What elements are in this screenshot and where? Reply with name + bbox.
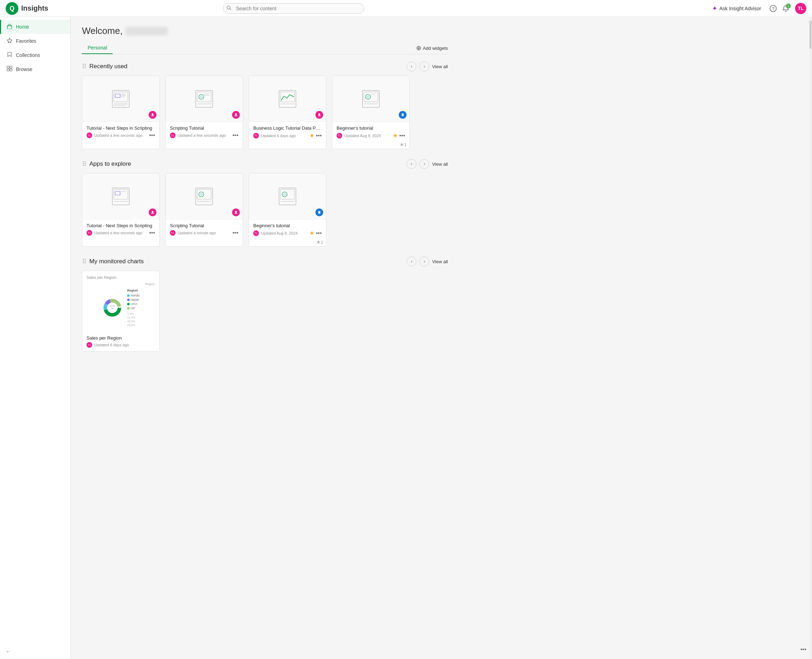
chart-section-title: Sales per Region [87, 275, 155, 279]
welcome-title: Welcome, [82, 25, 448, 36]
card-tutorial-scripting-2: Tutorial - Next Steps in Scripting TL Up… [82, 173, 160, 247]
card-beginners-tutorial-1: Beginner's tutorial TL Updated Aug 8, 20… [332, 76, 410, 149]
star-icon [7, 38, 13, 44]
notification-badge: 1 [786, 3, 791, 8]
sidebar-item-collections[interactable]: Collections [0, 48, 70, 62]
app-thumbnail-icon [194, 89, 214, 109]
welcome-prefix: Welcome, [82, 25, 123, 36]
svg-rect-10 [10, 66, 12, 68]
card-title: Tutorial - Next Steps in Scripting [87, 125, 155, 131]
svg-rect-29 [401, 114, 404, 116]
sidebar-item-home[interactable]: Home [0, 20, 70, 34]
search-input[interactable] [223, 3, 364, 14]
sidebar-home-label: Home [16, 24, 29, 30]
card-title: Tutorial - Next Steps in Scripting [87, 223, 155, 228]
card-updated: Updated Aug 8, 2024 [261, 231, 297, 235]
sidebar-browse-label: Browse [16, 66, 33, 72]
monitored-charts-cards: Sales per Region Region [82, 271, 448, 352]
view-count: 👁 1 [332, 142, 409, 149]
scrollbar-thumb[interactable] [809, 20, 812, 49]
svg-point-41 [282, 192, 287, 197]
svg-line-3 [230, 8, 231, 10]
card-star-button[interactable]: ★ [309, 230, 314, 236]
app-thumbnail-icon [361, 89, 381, 109]
app-thumbnail-icon [278, 186, 297, 207]
card-title: Beginner's tutorial [253, 223, 322, 228]
charts-view-all[interactable]: View all [432, 259, 448, 264]
add-widgets-button[interactable]: ⊕ Add widgets [416, 44, 448, 52]
recently-used-prev-button[interactable]: ‹ [406, 61, 416, 71]
svg-rect-17 [196, 90, 212, 107]
svg-rect-34 [196, 188, 212, 205]
card-updated: Updated 6 days ago [261, 134, 296, 138]
card-business-logic: Business Logic Tutorial Data Prep TL Upd… [249, 76, 326, 149]
svg-text:45.5%: 45.5% [110, 305, 115, 307]
svg-rect-39 [279, 188, 296, 205]
charts-next-button[interactable]: › [419, 257, 429, 266]
card-meta-avatar: TL [87, 342, 92, 348]
card-title: Business Logic Tutorial Data Prep [253, 125, 322, 131]
tab-personal[interactable]: Personal [82, 42, 113, 54]
monitored-charts-title: My monitored charts [90, 258, 144, 265]
qlik-logo-icon: Q [6, 2, 18, 15]
card-more-button[interactable]: ••• [399, 132, 405, 139]
card-star-button[interactable]: ★ [309, 132, 314, 139]
svg-rect-13 [112, 90, 129, 107]
ask-advisor-button[interactable]: ✦ Ask Insight Advisor [709, 3, 764, 14]
card-meta-avatar: TL [253, 133, 259, 139]
plus-circle-icon: ⊕ [416, 44, 421, 52]
card-more-button[interactable]: ••• [232, 132, 238, 139]
svg-point-21 [235, 114, 237, 115]
card-more-button[interactable]: ••• [149, 132, 155, 139]
sidebar-item-browse[interactable]: Browse [0, 62, 70, 76]
svg-point-33 [152, 211, 154, 213]
card-scripting-tutorial-1: Scripting Tutorial TL Updated a few seco… [165, 76, 243, 149]
card-owner-badge [149, 111, 156, 119]
app-title: Insights [21, 4, 49, 13]
sidebar-collapse-button[interactable]: ← [6, 648, 11, 655]
chart-label: Region [87, 282, 155, 286]
card-more-button[interactable]: ••• [316, 132, 322, 139]
sidebar-collections-label: Collections [16, 52, 40, 58]
svg-point-16 [152, 114, 154, 115]
user-avatar[interactable]: TL [795, 3, 806, 14]
card-more-button[interactable]: ••• [149, 230, 155, 236]
svg-point-38 [235, 211, 237, 213]
card-owner-badge [232, 111, 240, 119]
sidebar-item-favorites[interactable]: Favorites [0, 34, 70, 48]
recently-used-view-all[interactable]: View all [432, 64, 448, 69]
card-meta-avatar: TL [337, 133, 342, 139]
svg-text:Q: Q [9, 5, 14, 12]
recently-used-title: Recently used [90, 63, 127, 70]
card-title: Scripting Tutorial [170, 223, 238, 228]
notifications-button[interactable]: 1 [782, 5, 789, 12]
drag-handle-recently-used: ⠿ [82, 63, 87, 70]
svg-marker-8 [7, 38, 12, 43]
top-navigation: Q Insights ✦ Ask Insight Advisor ? 1 TL [0, 0, 812, 17]
recently-used-next-button[interactable]: › [419, 61, 429, 71]
apps-view-all[interactable]: View all [432, 161, 448, 167]
help-button[interactable]: ? [770, 5, 777, 12]
card-more-button[interactable]: ••• [316, 230, 322, 236]
svg-rect-11 [7, 69, 9, 71]
app-thumbnail-icon [278, 89, 297, 109]
scrollbar-track[interactable] [809, 17, 812, 659]
sidebar: Home Favorites Collections Browse ← [0, 17, 71, 659]
drag-handle-apps: ⠿ [82, 160, 87, 168]
apps-next-button[interactable]: › [419, 159, 429, 169]
charts-prev-button[interactable]: ‹ [406, 257, 416, 266]
card-owner-badge [399, 111, 406, 119]
card-owner-badge [315, 111, 323, 119]
card-title: Scripting Tutorial [170, 125, 238, 131]
card-title: Beginner's tutorial [337, 125, 405, 131]
svg-rect-9 [7, 66, 9, 68]
apps-prev-button[interactable]: ‹ [406, 159, 416, 169]
main-content: Welcome, Personal ⊕ Add widgets ⠿ Recent… [71, 17, 809, 659]
card-meta-avatar: TL [87, 230, 92, 236]
donut-chart: 45.5% USA [102, 297, 123, 318]
card-more-button[interactable]: ••• [232, 230, 238, 236]
svg-rect-31 [114, 189, 128, 199]
topnav-right-actions: ✦ Ask Insight Advisor ? 1 TL [709, 3, 806, 14]
recently-used-cards: Tutorial - Next Steps in Scripting TL Up… [82, 76, 448, 149]
card-star-button[interactable]: ★ [393, 132, 398, 139]
